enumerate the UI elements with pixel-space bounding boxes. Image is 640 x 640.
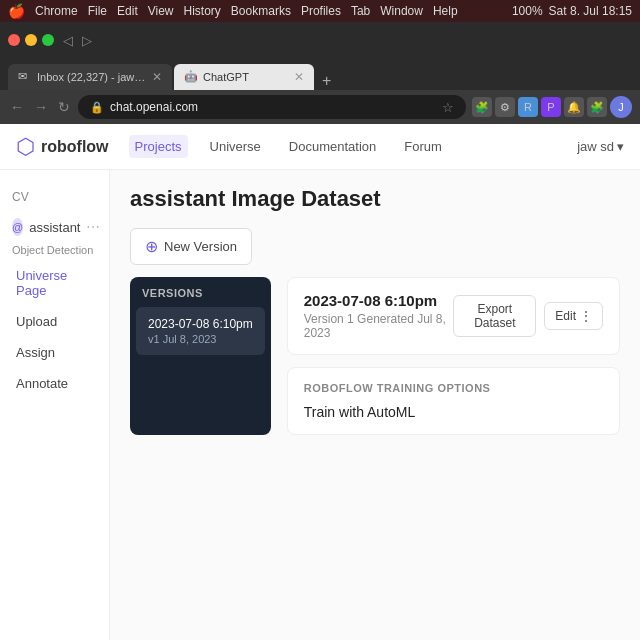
edit-label: Edit (555, 309, 576, 323)
sidebar-assistant[interactable]: @ assistant ⋯ (0, 212, 109, 242)
rf-content: assistant Image Dataset ⊕ New Version VE… (110, 170, 640, 640)
inbox-favicon: ✉ (18, 70, 32, 84)
rf-main: CV @ assistant ⋯ Object Detection Univer… (0, 170, 640, 640)
dataset-title: assistant Image Dataset (130, 186, 620, 212)
sidebar-item-assign[interactable]: Assign (4, 338, 105, 367)
traffic-lights[interactable] (8, 34, 54, 46)
nav-forward-button[interactable]: ▷ (79, 33, 95, 48)
sidebar-item-annotate[interactable]: Annotate (4, 369, 105, 398)
tab-chatgpt[interactable]: 🤖 ChatGPT ✕ (174, 64, 314, 90)
lock-icon: 🔒 (90, 101, 104, 114)
version-details: 2023-07-08 6:10pm Version 1 Generated Ju… (287, 277, 620, 435)
export-dataset-button[interactable]: Export Dataset (453, 295, 536, 337)
back-button[interactable]: ← (8, 99, 26, 115)
nav-link-documentation[interactable]: Documentation (283, 135, 382, 158)
mac-menu-chrome[interactable]: Chrome (35, 4, 78, 18)
annotate-label: Annotate (16, 376, 68, 391)
sidebar-dots-icon[interactable]: ⋯ (86, 219, 100, 235)
assistant-label: assistant (29, 220, 80, 235)
version-item-date: 2023-07-08 6:10pm (148, 317, 253, 331)
chatgpt-favicon: 🤖 (184, 70, 198, 84)
nav-link-projects[interactable]: Projects (129, 135, 188, 158)
battery-info: 100% (512, 4, 543, 18)
forward-button[interactable]: → (32, 99, 50, 115)
new-version-label: New Version (164, 239, 237, 254)
new-tab-button[interactable]: + (316, 72, 337, 90)
address-bar[interactable]: 🔒 chat.openai.com ☆ (78, 95, 466, 119)
upload-label: Upload (16, 314, 57, 329)
close-window-button[interactable] (8, 34, 20, 46)
apple-icon[interactable]: 🍎 (8, 3, 25, 19)
tab-chatgpt-label: ChatGPT (203, 71, 249, 83)
mac-menu-profiles[interactable]: Profiles (301, 4, 341, 18)
tab-inbox-label: Inbox (22,327) - jawharsd@gm... (37, 71, 147, 83)
ext-icon-3[interactable]: R (518, 97, 538, 117)
sidebar-cv-label: CV (0, 182, 109, 212)
address-bar-icons: ☆ (442, 100, 454, 115)
maximize-window-button[interactable] (42, 34, 54, 46)
ext-icon-1[interactable]: 🧩 (472, 97, 492, 117)
bookmark-icon[interactable]: ☆ (442, 100, 454, 115)
mac-menu-file[interactable]: File (88, 4, 107, 18)
ext-icon-5[interactable]: 🔔 (564, 97, 584, 117)
nav-link-universe[interactable]: Universe (204, 135, 267, 158)
sidebar-object-detection: Object Detection (0, 242, 109, 260)
tab-inbox-close[interactable]: ✕ (152, 70, 162, 84)
version-date-sub: Version 1 Generated Jul 8, 2023 (304, 312, 454, 340)
tab-chatgpt-close[interactable]: ✕ (294, 70, 304, 84)
training-section: ROBOFLOW TRAINING OPTIONS Train with Aut… (287, 367, 620, 435)
mac-bar: 🍎 Chrome File Edit View History Bookmark… (0, 0, 640, 22)
nav-links: Projects Universe Documentation Forum (129, 135, 448, 158)
assistant-icon: @ (12, 218, 23, 236)
nav-right: jaw sd ▾ (577, 139, 624, 154)
mac-menu-window[interactable]: Window (380, 4, 423, 18)
tab-inbox[interactable]: ✉ Inbox (22,327) - jawharsd@gm... ✕ (8, 64, 172, 90)
tabs-row: ✉ Inbox (22,327) - jawharsd@gm... ✕ 🤖 Ch… (0, 58, 640, 90)
versions-layout: VERSIONS 2023-07-08 6:10pm v1 Jul 8, 202… (130, 277, 620, 435)
roboflow-logo-icon: ⬡ (16, 134, 35, 160)
version-actions: Export Dataset Edit ⋮ (453, 295, 603, 337)
ext-icon-2[interactable]: ⚙ (495, 97, 515, 117)
address-bar-row: ← → ↻ 🔒 chat.openai.com ☆ 🧩 ⚙ R P 🔔 🧩 J (0, 90, 640, 124)
roboflow-logo-text: roboflow (41, 138, 109, 156)
sidebar-item-upload[interactable]: Upload (4, 307, 105, 336)
training-options-header: ROBOFLOW TRAINING OPTIONS (304, 382, 603, 394)
version-info: 2023-07-08 6:10pm Version 1 Generated Ju… (304, 292, 454, 340)
mac-menu-help[interactable]: Help (433, 4, 458, 18)
version-item-sub: v1 Jul 8, 2023 (148, 333, 253, 345)
extension-icons: 🧩 ⚙ R P 🔔 🧩 J (472, 96, 632, 118)
mac-menu-edit[interactable]: Edit (117, 4, 138, 18)
minimize-window-button[interactable] (25, 34, 37, 46)
rf-sidebar: CV @ assistant ⋯ Object Detection Univer… (0, 170, 110, 640)
new-version-button[interactable]: ⊕ New Version (130, 228, 252, 265)
mac-bar-left: 🍎 Chrome File Edit View History Bookmark… (8, 3, 458, 19)
nav-buttons: ◁ ▷ (60, 33, 95, 48)
versions-panel-header: VERSIONS (130, 287, 271, 307)
reload-button[interactable]: ↻ (56, 99, 72, 115)
user-menu[interactable]: jaw sd ▾ (577, 139, 624, 154)
user-name: jaw sd (577, 139, 614, 154)
assign-label: Assign (16, 345, 55, 360)
train-automl-label[interactable]: Train with AutoML (304, 404, 603, 420)
nav-back-button[interactable]: ◁ (60, 33, 76, 48)
ext-icon-4[interactable]: P (541, 97, 561, 117)
user-chevron-icon: ▾ (617, 139, 624, 154)
profile-avatar[interactable]: J (610, 96, 632, 118)
edit-dots-icon[interactable]: ⋮ (580, 309, 592, 323)
ext-icon-puzzle[interactable]: 🧩 (587, 97, 607, 117)
sidebar-item-universe-page[interactable]: Universe Page (4, 261, 105, 305)
version-item[interactable]: 2023-07-08 6:10pm v1 Jul 8, 2023 (136, 307, 265, 355)
mac-menu-view[interactable]: View (148, 4, 174, 18)
mac-menu-tab[interactable]: Tab (351, 4, 370, 18)
version-header-row: 2023-07-08 6:10pm Version 1 Generated Ju… (287, 277, 620, 355)
roboflow-app: ⬡ roboflow Projects Universe Documentati… (0, 124, 640, 640)
roboflow-logo[interactable]: ⬡ roboflow (16, 134, 109, 160)
nav-link-forum[interactable]: Forum (398, 135, 448, 158)
mac-menu-history[interactable]: History (184, 4, 221, 18)
edit-button[interactable]: Edit ⋮ (544, 302, 603, 330)
browser-chrome: ◁ ▷ (0, 22, 640, 58)
address-text: chat.openai.com (110, 100, 198, 114)
browser-toolbar: ◁ ▷ (8, 26, 632, 54)
versions-panel: VERSIONS 2023-07-08 6:10pm v1 Jul 8, 202… (130, 277, 271, 435)
mac-menu-bookmarks[interactable]: Bookmarks (231, 4, 291, 18)
